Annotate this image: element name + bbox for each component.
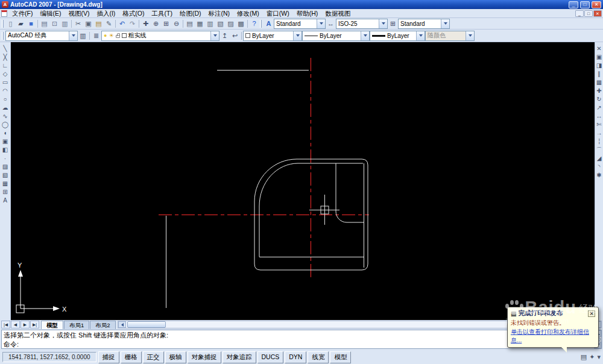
menu-item[interactable]: 编辑(E) (36, 9, 65, 17)
undo-icon[interactable]: ↶ (117, 19, 127, 29)
layout-tab[interactable]: 布局2 (90, 321, 115, 329)
match-properties-icon[interactable]: ✎ (104, 19, 114, 29)
menu-item[interactable]: 绘图(D) (176, 9, 205, 17)
menu-item[interactable]: 文件(F) (8, 9, 36, 17)
plot-preview-icon[interactable]: ⊡ (49, 19, 60, 29)
trim-icon[interactable]: ✄ (595, 121, 603, 128)
multiline-text-icon[interactable]: A (1, 196, 10, 204)
table-icon[interactable]: ⊞ (1, 188, 10, 196)
tab-nav-button[interactable]: |◀ (1, 321, 10, 328)
redo-icon[interactable]: ↷ (127, 19, 137, 29)
layout-tab[interactable]: 模型 (41, 321, 63, 329)
make-block-icon[interactable]: ◧ (1, 146, 10, 154)
status-toggle-button[interactable]: DUCS (257, 351, 284, 363)
mirror-icon[interactable]: ◨ (595, 61, 603, 69)
hatch-icon[interactable]: ▨ (1, 163, 10, 171)
communication-center-icon[interactable]: ✦ (589, 353, 595, 361)
region-icon[interactable]: ▦ (1, 180, 10, 187)
circle-icon[interactable]: ○ (1, 95, 10, 103)
layer-properties-manager-icon[interactable]: ≣ (91, 31, 101, 41)
break-at-point-icon[interactable]: ╎ (595, 137, 603, 145)
arc-icon[interactable]: ◠ (1, 87, 10, 95)
toolbar-separator[interactable] (115, 20, 116, 28)
dim-style-combo[interactable]: ISO-25 (336, 19, 388, 29)
move-icon[interactable]: ✚ (595, 87, 603, 95)
menu-item[interactable]: 数据视图 (321, 9, 354, 17)
coordinate-readout[interactable]: 1541.7811, 1527.1652, 0.0000 (2, 352, 96, 362)
toolbar-grip[interactable] (2, 20, 4, 28)
open-folder-icon[interactable]: ▰ (16, 19, 26, 29)
toolbar-separator[interactable] (247, 20, 248, 28)
maximize-button[interactable]: □ (580, 1, 590, 8)
help-icon[interactable]: ? (249, 19, 259, 29)
zoom-window-icon[interactable]: ⊞ (161, 19, 171, 29)
properties-icon[interactable]: ▤ (185, 19, 195, 29)
menu-item[interactable]: 窗口(W) (263, 9, 293, 17)
status-toggle-button[interactable]: 捕捉 (98, 351, 119, 363)
mdi-restore-button[interactable]: □ (584, 10, 593, 17)
toolbar-separator[interactable] (71, 20, 72, 28)
table-style-combo[interactable]: Standard (398, 19, 450, 29)
horizontal-scroll-thumb[interactable] (127, 321, 166, 328)
scroll-left-icon[interactable] (118, 321, 126, 328)
zoom-realtime-icon[interactable]: ⊕ (151, 19, 161, 29)
tool-palettes-icon[interactable]: ▥ (205, 19, 215, 29)
quickcalc-icon[interactable]: ▩ (236, 19, 246, 29)
construction-line-icon[interactable]: ╳ (1, 53, 10, 61)
chevron-down-icon[interactable] (416, 31, 425, 40)
polyline-icon[interactable]: ∟ (1, 61, 10, 69)
ellipse-icon[interactable]: ◯ (1, 121, 10, 128)
tab-nav-button[interactable]: ▶ (21, 321, 30, 328)
revision-cloud-icon[interactable]: ☁ (1, 104, 10, 111)
menu-item[interactable]: 工具(T) (148, 9, 176, 17)
command-text[interactable]: 选择第二个对象，或按住 Shift 键选择要应用角点的对象: 命令: (2, 330, 594, 348)
layer-combo[interactable]: ● ☀ 粗实线 (101, 31, 219, 41)
status-toggle-button[interactable]: 对象追踪 (223, 351, 256, 363)
chevron-down-icon[interactable] (69, 31, 77, 40)
layout-tab[interactable]: 布局1 (64, 321, 89, 329)
chevron-down-icon[interactable] (441, 19, 449, 28)
extend-icon[interactable]: → (595, 129, 603, 137)
menu-item[interactable]: 插入(I) (93, 9, 119, 17)
markup-set-manager-icon[interactable]: ▨ (226, 19, 236, 29)
toolbar-separator[interactable] (139, 20, 139, 28)
rotate-icon[interactable]: ↻ (595, 95, 603, 103)
layer-on-icon[interactable]: ● (104, 33, 107, 39)
lineweight-combo[interactable]: ByLayer (370, 31, 425, 41)
tab-nav-button[interactable]: ◀ (11, 321, 20, 328)
make-object-layer-current-icon[interactable]: ↥ (219, 31, 230, 41)
status-toggle-button[interactable]: DYN (285, 351, 306, 363)
erase-icon[interactable]: ✕ (595, 45, 603, 52)
tray-settings-arrow-icon[interactable]: ▾ (597, 353, 601, 361)
status-toggle-button[interactable]: 正交 (143, 351, 164, 363)
chevron-down-icon[interactable] (210, 31, 219, 40)
copy-icon[interactable]: ▣ (83, 19, 93, 29)
status-toggle-button[interactable]: 极轴 (165, 351, 186, 363)
gradient-icon[interactable]: ▧ (1, 171, 10, 179)
linetype-combo[interactable]: ByLayer (302, 31, 370, 41)
stretch-icon[interactable]: ↔ (595, 112, 603, 120)
toolbar-separator[interactable] (183, 20, 183, 28)
status-toggle-button[interactable]: 线宽 (308, 351, 329, 363)
copy-object-icon[interactable]: ▣ (595, 53, 603, 61)
chevron-down-icon[interactable] (317, 19, 325, 28)
drawing-canvas[interactable]: X Y (11, 42, 595, 320)
menu-item[interactable]: 标注(N) (205, 9, 234, 17)
spline-icon[interactable]: ∿ (1, 112, 10, 120)
array-icon[interactable]: ▦ (595, 78, 603, 86)
point-icon[interactable]: ∙ (1, 154, 10, 162)
plot-printer-icon[interactable]: ▤ (581, 353, 587, 361)
close-button[interactable]: ✕ (592, 1, 601, 8)
mdi-close-button[interactable]: ✕ (593, 10, 602, 17)
toolbar-grip[interactable] (2, 32, 4, 40)
layer-freeze-icon[interactable]: ☀ (109, 33, 113, 39)
polygon-icon[interactable]: ◇ (1, 70, 10, 78)
designcenter-icon[interactable]: ▦ (195, 19, 205, 29)
chevron-down-icon[interactable] (379, 19, 387, 28)
toolbar-grip[interactable] (260, 20, 262, 28)
insert-block-icon[interactable]: ▣ (1, 137, 10, 145)
cut-icon[interactable]: ✂ (73, 19, 83, 29)
rectangle-icon[interactable]: ▭ (1, 78, 10, 86)
scale-icon[interactable]: ↗ (595, 104, 603, 111)
chevron-down-icon[interactable] (293, 31, 302, 40)
